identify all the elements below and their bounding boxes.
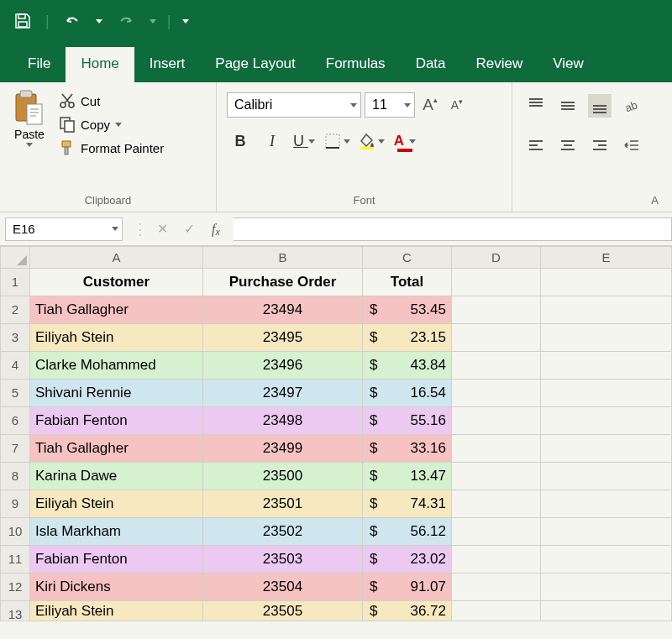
- name-box[interactable]: E16: [5, 217, 123, 241]
- italic-button[interactable]: I: [260, 129, 284, 153]
- tab-insert[interactable]: Insert: [134, 47, 201, 82]
- qat-customize[interactable]: [179, 7, 192, 35]
- cell[interactable]: $74.31: [363, 490, 452, 518]
- formula-input[interactable]: [234, 217, 672, 241]
- align-left-button[interactable]: [524, 134, 548, 158]
- cell[interactable]: [452, 269, 541, 296]
- enter-formula-button[interactable]: ✓: [176, 217, 202, 241]
- cell[interactable]: [452, 324, 541, 352]
- cell[interactable]: Fabian Fenton: [30, 407, 203, 435]
- row-header[interactable]: 2: [0, 296, 30, 324]
- cell[interactable]: [541, 435, 672, 463]
- decrease-font-button[interactable]: A▾: [445, 93, 469, 117]
- redo-button[interactable]: [112, 7, 140, 35]
- cell[interactable]: [541, 269, 672, 296]
- redo-dropdown[interactable]: [147, 7, 159, 35]
- cell[interactable]: Shivani Rennie: [30, 380, 203, 407]
- cell[interactable]: Fabian Fenton: [30, 546, 203, 574]
- font-color-button[interactable]: A: [393, 129, 417, 153]
- align-right-button[interactable]: [588, 134, 612, 158]
- undo-button[interactable]: [58, 7, 87, 35]
- tab-review[interactable]: Review: [461, 47, 538, 82]
- cell[interactable]: [541, 546, 672, 574]
- col-header-E[interactable]: E: [541, 246, 672, 269]
- cell[interactable]: Tiah Gallagher: [30, 435, 203, 463]
- cell[interactable]: $36.72: [363, 601, 452, 621]
- cell[interactable]: 23502: [203, 518, 363, 546]
- tab-home[interactable]: Home: [66, 47, 134, 82]
- cell[interactable]: $91.07: [363, 574, 452, 601]
- cell[interactable]: [541, 407, 672, 435]
- increase-font-button[interactable]: A▴: [418, 93, 442, 117]
- cell[interactable]: 23497: [203, 380, 363, 407]
- cell[interactable]: 23500: [203, 463, 363, 490]
- tab-page-layout[interactable]: Page Layout: [200, 47, 310, 82]
- cell[interactable]: [541, 518, 672, 546]
- cell[interactable]: 23498: [203, 407, 363, 435]
- row-header[interactable]: 5: [0, 380, 30, 407]
- font-size-combo[interactable]: 11: [365, 92, 415, 118]
- cell[interactable]: [452, 601, 541, 621]
- cell[interactable]: [541, 463, 672, 490]
- cell[interactable]: 23495: [203, 324, 363, 352]
- cell[interactable]: Kiri Dickens: [30, 574, 203, 601]
- decrease-indent-button[interactable]: [620, 134, 643, 158]
- cell[interactable]: [541, 601, 672, 621]
- cell[interactable]: 23496: [203, 352, 363, 380]
- cell[interactable]: [452, 574, 541, 601]
- row-header[interactable]: 11: [0, 546, 30, 574]
- row-header[interactable]: 4: [0, 352, 30, 380]
- cell[interactable]: $53.45: [363, 296, 452, 324]
- tab-file[interactable]: File: [13, 47, 66, 82]
- save-button[interactable]: [8, 7, 37, 35]
- borders-button[interactable]: [324, 129, 350, 153]
- cell[interactable]: Total: [363, 269, 452, 296]
- cell[interactable]: [541, 296, 672, 324]
- paste-button[interactable]: Paste: [8, 86, 50, 158]
- cell[interactable]: 23494: [203, 296, 363, 324]
- cell[interactable]: Karina Dawe: [30, 463, 203, 490]
- tab-formulas[interactable]: Formulas: [311, 47, 401, 82]
- bold-button[interactable]: B: [228, 129, 252, 153]
- col-header-C[interactable]: C: [363, 246, 452, 269]
- cell[interactable]: Purchase Order: [203, 269, 363, 296]
- row-header[interactable]: 8: [0, 463, 30, 490]
- align-bottom-button[interactable]: [588, 94, 612, 118]
- orientation-button[interactable]: ab: [620, 94, 643, 118]
- cancel-formula-button[interactable]: ✕: [150, 217, 175, 241]
- font-name-combo[interactable]: Calibri: [227, 92, 361, 118]
- underline-button[interactable]: U: [292, 129, 316, 153]
- row-header[interactable]: 13: [0, 601, 30, 621]
- row-header[interactable]: 7: [0, 435, 30, 463]
- align-top-button[interactable]: [524, 94, 548, 118]
- row-header[interactable]: 3: [0, 324, 30, 352]
- row-header[interactable]: 10: [0, 518, 30, 546]
- cell[interactable]: [541, 574, 672, 601]
- cell[interactable]: Customer: [30, 269, 203, 296]
- tab-view[interactable]: View: [538, 47, 599, 82]
- cell[interactable]: [541, 324, 672, 352]
- row-header[interactable]: 12: [0, 574, 30, 601]
- cell[interactable]: Isla Markham: [30, 518, 203, 546]
- row-header[interactable]: 6: [0, 407, 30, 435]
- cell[interactable]: [452, 407, 541, 435]
- align-center-button[interactable]: [556, 134, 580, 158]
- cell[interactable]: 23504: [203, 574, 363, 601]
- cell[interactable]: Clarke Mohammed: [30, 352, 203, 380]
- undo-dropdown[interactable]: [93, 7, 105, 35]
- cell[interactable]: [452, 296, 541, 324]
- fill-color-button[interactable]: [359, 129, 385, 153]
- cell[interactable]: [452, 435, 541, 463]
- cell[interactable]: 23501: [203, 490, 363, 518]
- tab-data[interactable]: Data: [401, 47, 461, 82]
- cell[interactable]: 23505: [203, 601, 363, 621]
- select-all-button[interactable]: [0, 246, 30, 269]
- row-header[interactable]: 9: [0, 490, 30, 518]
- cell[interactable]: 23499: [203, 435, 363, 463]
- cell[interactable]: $23.02: [363, 546, 452, 574]
- cell[interactable]: $23.15: [363, 324, 452, 352]
- row-header[interactable]: 1: [0, 269, 30, 296]
- cell[interactable]: Eiliyah Stein: [30, 601, 203, 621]
- col-header-A[interactable]: A: [30, 246, 203, 269]
- format-painter-button[interactable]: Format Painter: [55, 138, 167, 158]
